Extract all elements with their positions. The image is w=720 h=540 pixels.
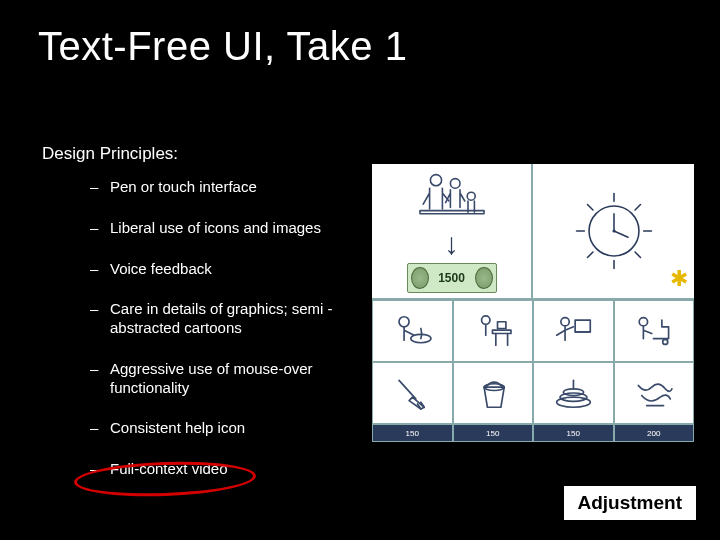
grid-cell [372,300,453,362]
grid-cell [614,362,695,424]
svg-point-1 [450,179,460,189]
family-icon [412,169,492,225]
job-grid: 150 150 150 200 [372,300,694,442]
dishes-icon [546,372,601,414]
illustration-panel: ↓ 1500 ✱ [372,164,694,442]
svg-point-2 [467,192,475,200]
banknote-icon: 1500 [407,263,497,293]
bullet-list: Pen or touch interface Liberal use of ic… [90,178,380,501]
slide-title: Text-Free UI, Take 1 [38,24,407,69]
sew-icon [626,310,681,352]
bullet-item: Consistent help icon [90,419,380,438]
bullet-item: Care in details of graphics; semi -abstr… [90,300,380,338]
svg-point-18 [482,316,490,324]
bullet-item: Liberal use of icons and images [90,219,380,238]
svg-line-8 [587,204,592,209]
grid-cell [533,300,614,362]
grid-cell [614,300,695,362]
svg-line-9 [635,252,640,257]
bullet-item: Voice feedback [90,260,380,279]
svg-point-23 [639,318,647,326]
svg-rect-20 [498,322,506,329]
adjustment-button[interactable]: Adjustment [562,484,699,522]
arrow-down-icon: ↓ [444,229,459,259]
work-icon [546,310,601,352]
cook-icon [385,310,440,352]
svg-point-28 [563,389,583,396]
grid-caption: 150 [533,424,614,442]
bullet-item: Aggressive use of mouse-over functionali… [90,360,380,398]
svg-point-16 [399,317,409,327]
grid-cell [453,362,534,424]
grid-caption: 150 [372,424,453,442]
svg-line-10 [635,204,640,209]
grid-cell [533,362,614,424]
grid-caption: 150 [453,424,534,442]
bucket-icon [465,372,520,414]
panel-clock: ✱ [533,164,694,298]
grid-caption: 200 [614,424,695,442]
panel-household: ↓ 1500 [372,164,533,298]
money-amount: 1500 [438,271,465,285]
svg-rect-22 [575,320,590,332]
bullet-item: Pen or touch interface [90,178,380,197]
broom-icon [385,372,440,414]
svg-line-11 [587,252,592,257]
grid-cell [372,362,453,424]
svg-point-21 [561,318,569,326]
clock-icon [575,192,653,270]
star-icon: ✱ [670,266,688,292]
bullet-item: Full-context video [90,460,380,479]
laundry-icon [626,372,681,414]
svg-point-0 [430,175,441,186]
svg-point-24 [663,339,668,344]
svg-point-15 [612,229,615,232]
desk-icon [465,310,520,352]
grid-cell [453,300,534,362]
section-heading: Design Principles: [42,144,178,164]
